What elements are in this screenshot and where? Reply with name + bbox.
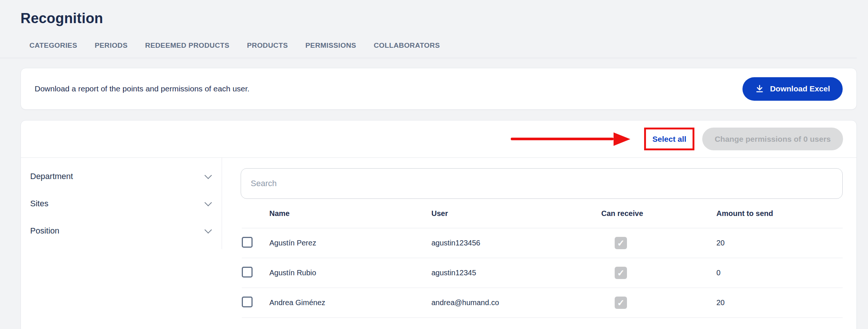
user-username: andrea@humand.co	[431, 298, 601, 307]
chevron-down-icon	[205, 226, 212, 234]
user-username: agustin123456	[431, 239, 601, 247]
tab-categories[interactable]: CATEGORIES	[29, 41, 77, 50]
page-title: Recognition	[20, 10, 857, 26]
column-can-receive: Can receive	[601, 209, 716, 218]
content-area: Department Sites Position Name	[21, 158, 856, 318]
filter-position[interactable]: Position	[30, 217, 213, 244]
row-checkbox[interactable]	[242, 297, 253, 307]
users-table: Name User Can receive Amount to send Agu…	[241, 199, 843, 318]
amount-to-send-value: 20	[716, 298, 843, 307]
table-row: Agustín Rubio agustin12345 0	[242, 258, 843, 288]
filters-sidebar: Department Sites Position	[21, 158, 222, 249]
table-row: Andrea Giménez andrea@humand.co 20	[242, 288, 843, 318]
user-name: Andrea Giménez	[269, 298, 431, 307]
toolbar: Select all Change permissions of 0 users	[21, 120, 856, 158]
row-checkbox[interactable]	[242, 237, 253, 248]
download-icon	[755, 84, 764, 93]
change-permissions-button[interactable]: Change permissions of 0 users	[702, 128, 843, 150]
tab-collaborators[interactable]: COLLABORATORS	[374, 41, 440, 50]
filter-position-label: Position	[30, 226, 59, 236]
user-name: Agustín Perez	[269, 239, 431, 247]
download-excel-button[interactable]: Download Excel	[742, 77, 843, 101]
tab-redeemed-products[interactable]: REDEEMED PRODUCTS	[145, 41, 229, 50]
recognition-page: Recognition CATEGORIES PERIODS REDEEMED …	[0, 10, 868, 329]
chevron-down-icon	[205, 172, 212, 179]
red-arrow-annotation	[511, 132, 630, 146]
tab-periods[interactable]: PERIODS	[95, 41, 127, 50]
tab-products[interactable]: PRODUCTS	[247, 41, 288, 50]
red-box-annotation: Select all	[644, 128, 694, 150]
permissions-card: Select all Change permissions of 0 users…	[20, 120, 857, 329]
red-arrow-head	[614, 132, 630, 146]
users-panel: Name User Can receive Amount to send Agu…	[222, 158, 856, 318]
search-input[interactable]	[241, 168, 843, 199]
amount-to-send-value: 20	[716, 239, 843, 247]
download-excel-label: Download Excel	[770, 84, 830, 93]
can-receive-checkbox-checked	[615, 297, 627, 309]
filter-sites[interactable]: Sites	[30, 190, 213, 217]
report-description: Download a report of the points and perm…	[35, 84, 250, 93]
filter-department[interactable]: Department	[30, 163, 213, 190]
can-receive-checkbox-checked	[615, 237, 627, 249]
user-name: Agustín Rubio	[269, 269, 431, 277]
row-checkbox[interactable]	[242, 267, 253, 278]
column-user: User	[431, 209, 601, 218]
tab-bar: CATEGORIES PERIODS REDEEMED PRODUCTS PRO…	[0, 26, 857, 58]
select-all-button[interactable]: Select all	[646, 129, 693, 148]
column-name: Name	[269, 209, 431, 218]
filter-department-label: Department	[30, 172, 73, 181]
tab-permissions[interactable]: PERMISSIONS	[305, 41, 356, 50]
can-receive-checkbox-checked	[615, 267, 627, 279]
column-amount-to-send: Amount to send	[716, 209, 843, 218]
table-header: Name User Can receive Amount to send	[242, 199, 843, 228]
report-card: Download a report of the points and perm…	[20, 68, 857, 110]
amount-to-send-value: 0	[716, 269, 843, 277]
filter-sites-label: Sites	[30, 199, 48, 209]
red-arrow-shaft	[511, 138, 614, 140]
chevron-down-icon	[205, 199, 212, 206]
table-row: Agustín Perez agustin123456 20	[242, 228, 843, 258]
user-username: agustin12345	[431, 269, 601, 277]
